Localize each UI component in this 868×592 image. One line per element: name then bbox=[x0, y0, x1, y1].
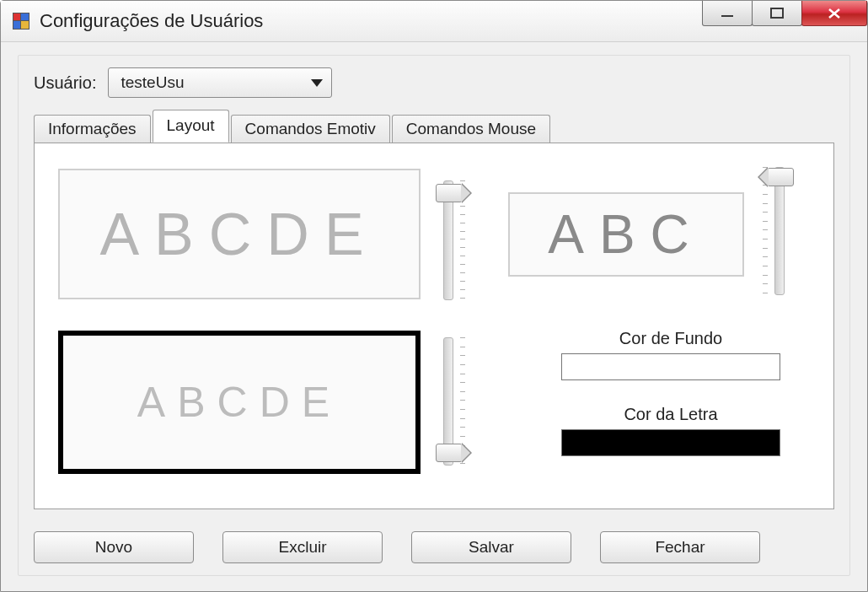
button-label: Novo bbox=[95, 538, 132, 557]
button-row: Novo Excluir Salvar Fechar bbox=[34, 531, 834, 563]
text-color-label: Cor da Letra bbox=[624, 405, 717, 424]
minimize-button[interactable] bbox=[702, 1, 753, 26]
background-color-swatch[interactable] bbox=[561, 353, 780, 380]
background-color-label: Cor de Fundo bbox=[619, 329, 722, 348]
font-preview-bordered: ABCDE bbox=[58, 331, 421, 474]
button-label: Salvar bbox=[469, 538, 514, 557]
title-bar: Configurações de Usuários bbox=[1, 1, 867, 42]
user-label: Usuário: bbox=[34, 73, 96, 93]
window-title: Configurações de Usuários bbox=[40, 10, 263, 32]
new-button[interactable]: Novo bbox=[34, 531, 194, 563]
slider-thumb-icon[interactable] bbox=[436, 444, 463, 462]
svg-rect-1 bbox=[771, 8, 783, 18]
button-label: Fechar bbox=[655, 538, 705, 557]
preview-text: ABCDE bbox=[99, 201, 378, 268]
save-button[interactable]: Salvar bbox=[411, 531, 571, 563]
background-color-group: Cor de Fundo bbox=[561, 329, 780, 380]
window: Configurações de Usuários Usuário: bbox=[0, 0, 868, 592]
user-combobox-value: testeUsu bbox=[121, 73, 184, 92]
delete-button[interactable]: Excluir bbox=[222, 531, 383, 563]
slider-thumb-icon[interactable] bbox=[767, 168, 794, 186]
window-controls bbox=[703, 1, 867, 26]
tab-informacoes[interactable]: Informações bbox=[34, 115, 151, 143]
slider-thumb-icon[interactable] bbox=[436, 184, 463, 202]
maximize-button[interactable] bbox=[752, 1, 802, 26]
tab-label: Comandos Emotiv bbox=[245, 120, 376, 137]
text-color-group: Cor da Letra bbox=[561, 405, 780, 456]
main-panel: Usuário: testeUsu Informações Layout Com… bbox=[18, 55, 850, 576]
font-preview-large: ABCDE bbox=[58, 169, 421, 299]
text-color-swatch[interactable] bbox=[561, 429, 780, 456]
preview-text: ABC bbox=[548, 203, 705, 266]
font-preview-small: ABC bbox=[508, 192, 744, 277]
tab-comandos-mouse[interactable]: Comandos Mouse bbox=[392, 115, 550, 143]
close-button[interactable] bbox=[801, 1, 867, 26]
tab-page-layout: ABCDE ABC bbox=[34, 143, 834, 509]
preview-text: ABCDE bbox=[137, 378, 341, 427]
app-icon bbox=[13, 13, 29, 30]
user-row: Usuário: testeUsu bbox=[34, 67, 834, 98]
font-size-slider-1[interactable] bbox=[443, 180, 485, 299]
chevron-down-icon bbox=[311, 79, 323, 87]
tab-comandos-emotiv[interactable]: Comandos Emotiv bbox=[231, 115, 390, 143]
close-dialog-button[interactable]: Fechar bbox=[600, 531, 760, 563]
tab-label: Comandos Mouse bbox=[406, 120, 536, 137]
client-area: Usuário: testeUsu Informações Layout Com… bbox=[1, 41, 867, 591]
tab-layout[interactable]: Layout bbox=[153, 110, 229, 143]
border-size-slider[interactable] bbox=[443, 337, 485, 464]
tab-label: Layout bbox=[167, 116, 215, 134]
tab-label: Informações bbox=[48, 120, 137, 137]
user-combobox[interactable]: testeUsu bbox=[108, 67, 332, 98]
tab-strip: Informações Layout Comandos Emotiv Coman… bbox=[34, 110, 834, 143]
button-label: Excluir bbox=[278, 538, 326, 557]
font-size-slider-2[interactable] bbox=[763, 167, 805, 293]
